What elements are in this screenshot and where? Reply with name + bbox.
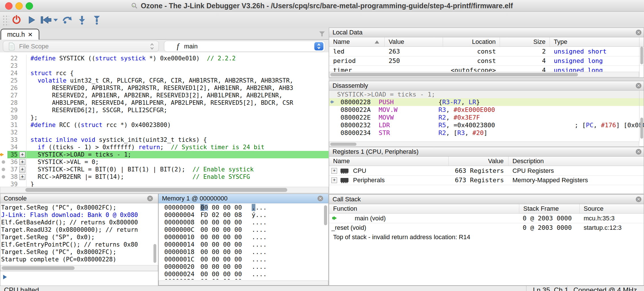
- file-scope-dropdown[interactable]: File Scope: [3, 41, 159, 52]
- breakpoint-marker[interactable]: [0, 173, 7, 181]
- step-out-button[interactable]: [89, 13, 104, 26]
- memory-row[interactable]: 0000000C00 00 00 00....: [159, 226, 328, 233]
- memory-row[interactable]: 0000001400 00 00 00....: [159, 241, 328, 248]
- callstack-row[interactable]: _reset (void)0 @ 2003 0000startup.c:12:3: [329, 223, 644, 232]
- callstack-column-headers[interactable]: Function Stack Frame Source: [329, 204, 644, 214]
- local-data-hscrollbar-thumb[interactable]: [330, 73, 578, 76]
- expand-plus-icon[interactable]: +: [331, 168, 337, 174]
- col-location[interactable]: Location: [443, 37, 500, 46]
- col-function[interactable]: Function: [329, 204, 519, 213]
- local-data-row[interactable]: timer<outofscope>4unsigned long: [329, 65, 644, 72]
- line-number[interactable]: 31: [7, 121, 18, 129]
- expand-disassembly-icon[interactable]: +: [19, 159, 25, 165]
- breakpoint-dot-icon[interactable]: [2, 160, 5, 164]
- line-number[interactable]: 37: [7, 166, 18, 173]
- console-vscrollbar[interactable]: [153, 204, 157, 265]
- callstack-row[interactable]: main (void)0 @ 2003 0000mcu.h:35:3: [329, 214, 644, 223]
- code-line[interactable]: 22#define SYSTICK ((struct systick *) 0x…: [0, 55, 329, 62]
- code-line[interactable]: 26 RESERVED0, APB1RSTR, APB2RSTR, RESERV…: [0, 84, 329, 92]
- step-over-button[interactable]: [60, 13, 75, 26]
- line-number[interactable]: 36: [7, 158, 18, 166]
- local-data-row[interactable]: period250const4unsigned long: [329, 56, 644, 66]
- registers-row[interactable]: +CPU663 RegistersCPU Registers: [329, 166, 644, 176]
- line-number[interactable]: 38: [7, 173, 18, 181]
- local-data-vscrollbar[interactable]: [639, 37, 644, 77]
- disassembly-hscrollbar-thumb[interactable]: [330, 143, 356, 146]
- resume-button[interactable]: [24, 13, 39, 26]
- line-number[interactable]: 23: [7, 62, 18, 69]
- code-line[interactable]: 33static inline void systick_init(uint32…: [0, 136, 329, 144]
- disassembly-vscrollbar-thumb[interactable]: [640, 118, 643, 139]
- disassembly-rows[interactable]: SYSTICK->LOAD = ticks - 1;08000228PUSH{R…: [329, 91, 644, 137]
- line-number[interactable]: 24: [7, 69, 18, 77]
- breakpoint-dot-icon[interactable]: [2, 168, 5, 171]
- code-line[interactable]: 23: [0, 62, 329, 69]
- disassembly-row[interactable]: 0800022AMOV.WR3, #0xE000E000: [329, 106, 644, 114]
- expand-disassembly-icon[interactable]: +: [19, 167, 25, 173]
- col-size[interactable]: Size: [500, 37, 550, 46]
- local-data-column-headers[interactable]: Name Value Location Size Type: [329, 37, 644, 47]
- memory-hscrollbar[interactable]: [159, 280, 328, 285]
- breakpoint-dot-icon[interactable]: [2, 175, 5, 179]
- line-number[interactable]: 30: [7, 114, 18, 121]
- line-number[interactable]: 39: [7, 181, 18, 187]
- memory-vscrollbar[interactable]: [323, 204, 328, 280]
- line-number[interactable]: 27: [7, 92, 18, 99]
- code-line[interactable]: 35+ SYSTICK->LOAD = ticks - 1;: [0, 151, 329, 158]
- console-log[interactable]: Target.SetReg ("PC", 0x80002FC);J-Link: …: [0, 203, 158, 264]
- line-number[interactable]: 35: [7, 151, 18, 158]
- code-line[interactable]: 30};: [0, 114, 329, 121]
- col-value[interactable]: Value: [385, 37, 443, 46]
- memory-row[interactable]: 0000000800 00 00 00....: [159, 219, 328, 226]
- memory-row[interactable]: 0000002800 00 00 00....: [159, 278, 328, 280]
- local-data-hscrollbar[interactable]: [329, 72, 639, 77]
- disassembly-row[interactable]: 08000232LDRR5, =0x40023800; [PC, #176] […: [329, 121, 644, 129]
- disassembly-row[interactable]: 08000234STRR2, [R3, #20]: [329, 129, 644, 137]
- code-line[interactable]: 32: [0, 129, 329, 136]
- disassembly-row[interactable]: 0800022EMOVWR2, #0x3E7F: [329, 114, 644, 121]
- col-reg-description[interactable]: Description: [508, 157, 635, 166]
- col-stack-frame[interactable]: Stack Frame: [519, 204, 580, 213]
- memory-row[interactable]: 0000001C00 00 00 00....: [159, 256, 328, 263]
- code-line[interactable]: 29 RESERVED6[2], SSCGR, PLLI2SCFGR;: [0, 106, 329, 114]
- expand-plus-icon[interactable]: +: [331, 177, 337, 183]
- console-hscrollbar-thumb[interactable]: [2, 266, 75, 270]
- code-line[interactable]: 39}: [0, 181, 329, 187]
- breakpoint-marker[interactable]: [0, 166, 7, 173]
- line-number[interactable]: 33: [7, 136, 18, 144]
- local-data-row[interactable]: led263const2unsigned short: [329, 47, 644, 56]
- code-line[interactable]: 25 volatile uint32_t CR, PLLCFGR, CFGR, …: [0, 77, 329, 84]
- reset-button[interactable]: [39, 13, 60, 26]
- code-line[interactable]: 31#define RCC ((struct rcc *) 0x40023800…: [0, 121, 329, 129]
- tab-close-icon[interactable]: ✕: [28, 31, 33, 38]
- tab-mcu-h[interactable]: mcu.h ✕: [1, 29, 39, 40]
- disassembly-close-icon[interactable]: ✕: [636, 83, 641, 89]
- console-close-icon[interactable]: ✕: [147, 196, 153, 201]
- col-source[interactable]: Source: [580, 204, 644, 213]
- registers-row[interactable]: +Peripherals673 RegistersMemory-Mapped R…: [329, 175, 644, 185]
- console-input[interactable]: [0, 271, 158, 286]
- line-number[interactable]: 22: [7, 55, 18, 62]
- code-line[interactable]: 34 if ((ticks - 1) > 0xffffff) return; /…: [0, 144, 329, 151]
- code-editor[interactable]: 22#define SYSTICK ((struct systick *) 0x…: [0, 52, 329, 187]
- line-number[interactable]: 34: [7, 144, 18, 151]
- col-type[interactable]: Type: [550, 37, 635, 46]
- line-number[interactable]: 29: [7, 106, 18, 114]
- console-vscrollbar-thumb[interactable]: [153, 244, 156, 263]
- code-line[interactable]: 37+ SYSTICK->CTRL = BIT(0) | BIT(1) | BI…: [0, 166, 329, 173]
- code-line[interactable]: 36+ SYSTICK->VAL = 0;: [0, 158, 329, 166]
- memory-close-icon[interactable]: ✕: [317, 196, 323, 201]
- step-into-button[interactable]: [75, 13, 89, 26]
- memory-row[interactable]: 0000001000 00 00 00....: [159, 233, 328, 241]
- memory-vscrollbar-thumb[interactable]: [324, 205, 327, 225]
- code-hscrollbar[interactable]: [0, 187, 329, 193]
- memory-row[interactable]: 0000001800 00 00 00....: [159, 248, 328, 256]
- code-line[interactable]: 27 RESERVED2, APB1ENR, APB2ENR, RESERVED…: [0, 92, 329, 99]
- code-hscrollbar-thumb[interactable]: [25, 188, 287, 192]
- code-line[interactable]: 24struct rcc {: [0, 69, 329, 77]
- memory-hexdump[interactable]: 0000000000 00 00 00....00000004FD 02 00 …: [159, 203, 328, 280]
- local-data-vscrollbar-thumb[interactable]: [640, 47, 643, 64]
- memory-row[interactable]: 0000002400 00 00 00....: [159, 270, 328, 278]
- expand-disassembly-icon[interactable]: +: [19, 152, 25, 158]
- pc-arrow-marker[interactable]: [0, 151, 7, 158]
